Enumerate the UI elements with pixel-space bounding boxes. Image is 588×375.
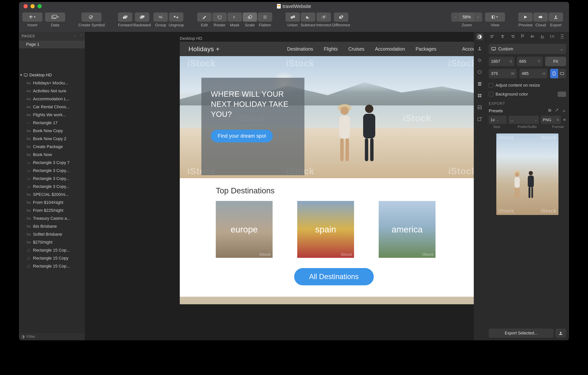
add-page-button[interactable]: ＋ <box>74 34 76 38</box>
y-field[interactable]: 665Y <box>517 57 543 66</box>
layer-row[interactable]: AaHolidays+ Mocku... <box>19 79 85 87</box>
layer-row[interactable]: AaSofitel Brisbane <box>19 230 85 238</box>
layer-row[interactable]: ▭Rectangle 3 Copy... <box>19 183 85 190</box>
tab-grid[interactable] <box>476 92 483 99</box>
layer-row[interactable]: AaSPECIAL $200/ni... <box>19 190 85 199</box>
backward-button[interactable] <box>135 12 149 22</box>
align-hcenter-button[interactable] <box>500 34 505 39</box>
zoom-out-button[interactable]: − <box>451 12 460 22</box>
layer-row[interactable]: ▢Rectangle 15 Copy <box>19 254 85 262</box>
collapse-pages-button[interactable]: ⌃ <box>80 34 82 38</box>
difference-button[interactable] <box>334 12 348 22</box>
destination-card-spain[interactable]: spainiStock <box>297 201 354 258</box>
artboard-row[interactable]: ▾ Desktop HD <box>19 71 85 79</box>
destination-card-america[interactable]: americaiStock <box>379 201 436 258</box>
export-remove-button[interactable]: ✕ <box>563 118 566 122</box>
layer-row[interactable]: AaCar Rental Choos... <box>19 103 85 111</box>
filter-input[interactable]: Filter <box>27 334 35 339</box>
layer-row[interactable]: AaAccommodation L... <box>19 95 85 103</box>
artboard-label[interactable]: Desktop HD <box>180 36 202 41</box>
distribute-v-button[interactable] <box>560 34 565 39</box>
layer-row[interactable]: AaBook Now Copy 2 <box>19 135 85 143</box>
tab-components[interactable] <box>476 69 483 76</box>
zoom-value[interactable]: 58% <box>460 15 474 20</box>
resize-preset-select[interactable]: Custom ⌄ <box>489 44 566 54</box>
w-field[interactable]: 375W <box>489 69 517 78</box>
destination-card-europe[interactable]: europeiStock <box>216 201 273 258</box>
align-right-button[interactable] <box>510 34 515 39</box>
layer-row[interactable]: ▭Rectangle 3 Copy... <box>19 175 85 183</box>
flatten-button[interactable] <box>258 12 272 22</box>
export-format-select[interactable]: PNG⇅ <box>541 116 561 124</box>
layer-row[interactable]: ▭Rectangle 3 Copy... <box>19 167 85 175</box>
nav-link[interactable]: Cruises <box>348 46 365 52</box>
tab-properties[interactable] <box>476 33 483 40</box>
export-selected-button[interactable]: Export Selected... <box>489 329 554 338</box>
h-field[interactable]: 485H <box>519 69 547 78</box>
background-color-swatch[interactable] <box>558 92 566 97</box>
layer-row[interactable]: Aaibis Brisbane <box>19 222 85 230</box>
nav-link[interactable]: Flights <box>324 46 338 52</box>
view-button[interactable] <box>485 12 505 22</box>
layer-row[interactable]: Aa$270/night <box>19 238 85 246</box>
layer-row[interactable]: AaFlights We work... <box>19 111 85 119</box>
tab-prototype[interactable] <box>476 57 483 64</box>
group-button[interactable] <box>153 12 168 22</box>
subtract-button[interactable] <box>301 12 315 22</box>
mask-button[interactable] <box>228 12 242 22</box>
preview-button[interactable] <box>518 12 533 22</box>
edit-button[interactable] <box>197 12 212 22</box>
nav-link[interactable]: Packages <box>416 46 436 52</box>
layer-list[interactable]: AaHolidays+ Mocku...AaActivities Not sur… <box>19 79 85 332</box>
export-prefix-select[interactable]: ...⌄ <box>508 116 539 124</box>
fit-button[interactable]: Fit <box>545 57 566 66</box>
layer-row[interactable]: AaActivities Not sure <box>19 87 85 95</box>
intersect-button[interactable] <box>316 12 331 22</box>
export-share-button[interactable] <box>556 329 566 338</box>
scale-button[interactable] <box>243 12 257 22</box>
layer-row[interactable]: AaBook Now <box>19 151 85 159</box>
all-destinations-button[interactable]: All Destinations <box>294 268 374 285</box>
orientation-portrait-button[interactable] <box>550 69 558 78</box>
orientation-landscape-button[interactable] <box>558 69 566 78</box>
distribute-h-button[interactable] <box>550 34 555 39</box>
nav-link[interactable]: Account <box>462 46 474 52</box>
layer-row[interactable]: AaCreate Package <box>19 143 85 151</box>
export-button[interactable] <box>549 12 563 22</box>
tab-share[interactable] <box>476 45 483 52</box>
align-left-button[interactable] <box>490 34 495 39</box>
presets-knife-button[interactable] <box>555 108 558 114</box>
cloud-button[interactable] <box>534 12 548 22</box>
layer-row[interactable]: ▢Rectangle 15 Cop... <box>19 262 85 270</box>
layer-row[interactable]: —Rectangle 17 <box>19 119 85 127</box>
align-bottom-button[interactable] <box>540 34 545 39</box>
union-button[interactable] <box>285 12 300 22</box>
align-vcenter-button[interactable] <box>530 34 535 39</box>
artboard-desktop-hd[interactable]: Holidays + DestinationsFlightsCruisesAcc… <box>180 42 474 304</box>
nav-link[interactable]: Accomodation <box>375 46 405 52</box>
export-size-select[interactable]: 1x⌄ <box>489 116 506 124</box>
layer-row[interactable]: ▢Rectangle 15 Cop... <box>19 246 85 254</box>
page-item[interactable]: Page 1 <box>19 40 85 48</box>
data-button[interactable] <box>45 12 65 22</box>
layer-row[interactable]: AaTreasury Casino a... <box>19 214 85 222</box>
adjust-content-checkbox-row[interactable]: Adjust content on resize <box>486 81 569 90</box>
forward-button[interactable] <box>118 12 132 22</box>
nav-link[interactable]: Destinations <box>287 46 313 52</box>
layer-row[interactable]: AaFrom $104/night <box>19 199 85 207</box>
adjust-content-checkbox[interactable] <box>489 83 493 88</box>
background-color-checkbox[interactable] <box>489 92 493 97</box>
insert-button[interactable] <box>22 12 42 22</box>
presets-add-button[interactable]: ＋ <box>562 108 566 114</box>
presets-settings-button[interactable] <box>548 108 552 114</box>
tab-add-image[interactable] <box>476 116 483 122</box>
zoom-in-button[interactable]: + <box>474 12 482 22</box>
hero-cta-button[interactable]: Find your dream spot <box>211 130 273 142</box>
disclosure-icon[interactable]: ▾ <box>20 73 22 77</box>
ungroup-button[interactable] <box>169 12 183 22</box>
x-field[interactable]: 1857X <box>489 57 514 66</box>
canvas[interactable]: Desktop HD Holidays + DestinationsFlight… <box>85 32 474 340</box>
layer-row[interactable]: AaFrom $225/night <box>19 207 85 214</box>
rotate-button[interactable] <box>212 12 227 22</box>
layer-row[interactable]: ▭Rectangle 3 Copy 7 <box>19 159 85 167</box>
